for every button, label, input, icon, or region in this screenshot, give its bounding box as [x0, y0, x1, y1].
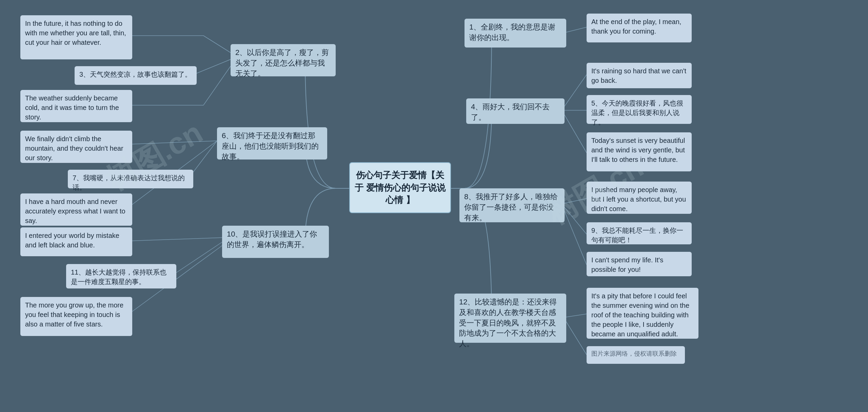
right-branch-2-mid: 4、雨好大，我们回不去了。 [466, 98, 565, 124]
svg-line-10 [129, 141, 217, 144]
lb2-child1: We finally didn't climb the mountain, an… [20, 131, 132, 163]
svg-line-15 [129, 238, 224, 241]
lb2-child2: 7、我嘴硬，从未准确表达过我想说的话。 [68, 170, 193, 188]
center-node: 伤心句子关于爱情【关于 爱情伤心的句子说说心情 】 [349, 162, 451, 213]
svg-line-21 [566, 27, 587, 32]
rb2-child2: 5、今天的晚霞很好看，风也很温柔，但是以后我要和别人说了。 [587, 95, 692, 124]
left-branch-2-mid: 6、我们终于还是没有翻过那座山，他们也没能听到我们的故事。 [217, 127, 327, 160]
rb3-child1: I pushed many people away, but I left yo… [587, 182, 692, 214]
rb3-child3: I can't spend my life. It's possible for… [587, 252, 692, 276]
lb3-child3: The more you grow up, the more you feel … [20, 297, 132, 336]
svg-line-25 [563, 112, 587, 153]
right-branch-4-mid: 12、比较遗憾的是：还没来得及和喜欢的人在教学楼天台感受一下夏日的晚风，就猝不及… [454, 294, 566, 343]
rb4-child1: It's a pity that before I could feel the… [587, 288, 698, 339]
svg-line-23 [563, 75, 587, 109]
svg-line-16 [173, 241, 224, 275]
center-label: 伤心句子关于爱情【关于 爱情伤心的句子说说心情 】 [355, 169, 446, 206]
rb2-child1: It's raining so hard that we can't go ba… [587, 63, 692, 88]
svg-line-31 [565, 314, 587, 317]
rb4-child2: 图片来源网络，侵权请联系删除 [587, 346, 685, 364]
left-branch-1-mid: 2、以后你是高了，瘦了，剪头发了，还是怎么样都与我无关了。 [231, 44, 336, 76]
svg-line-7 [203, 66, 231, 105]
svg-line-32 [565, 319, 587, 355]
lb3-child1: I entered your world by mistake and left… [20, 227, 132, 256]
svg-line-27 [563, 199, 587, 204]
lb1-child3: The weather suddenly became cold, and it… [20, 90, 132, 122]
right-branch-3-mid: 8、我推开了好多人，唯独给你留了一条捷径，可是你没有来。 [459, 188, 565, 222]
rb2-child3: Today's sunset is very beautiful and the… [587, 132, 692, 171]
svg-line-3 [203, 36, 231, 53]
mind-map-canvas: 伤心句子关于爱情【关于 爱情伤心的句子说说心情 】 2、以后你是高了，瘦了，剪头… [0, 0, 868, 412]
lb1-label: 2、以后你是高了，瘦了，剪头发了，还是怎么样都与我无关了。 [235, 48, 329, 78]
lb2-child3: I have a hard mouth and never accurately… [20, 193, 132, 226]
rb3-child2: 9、我总不能耗尽一生，换你一句有可能吧！ [587, 222, 692, 244]
left-branch-3-mid: 10、是我误打误撞进入了你的世界，遍体鳞伤离开。 [222, 226, 329, 258]
svg-line-11 [190, 141, 217, 176]
lb3-child2: 11、越长大越觉得，保持联系也是一件难度五颗星的事。 [66, 264, 176, 288]
svg-line-28 [563, 205, 587, 234]
lb1-child1: In the future, it has nothing to do with… [20, 15, 132, 59]
svg-line-5 [193, 59, 231, 75]
right-branch-1-mid: 1、全剧终，我的意思是谢谢你的出现。 [465, 19, 566, 48]
rb1-child1: At the end of the play, I mean, thank yo… [587, 14, 692, 42]
svg-line-29 [563, 207, 587, 265]
lb1-child2: 3、天气突然变凉，故事也该翻篇了。 [75, 66, 197, 85]
